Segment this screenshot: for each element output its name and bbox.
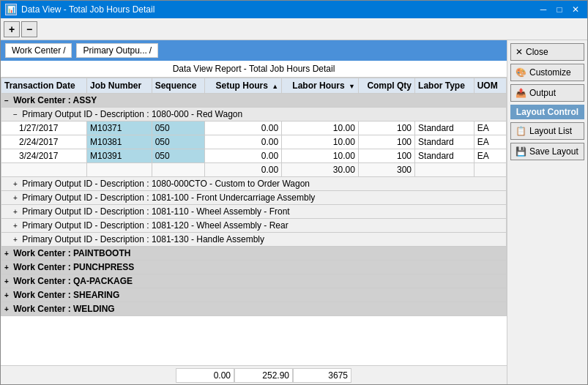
sequence-cell: 050 [152,135,205,149]
welding-label: + Work Center : WELDING [1,302,507,316]
sidebar: ✕ Close 🎨 Customize 📤 Output Layout Cont… [507,40,587,384]
trans-date-cell: 2/24/2017 [1,135,87,149]
table-row[interactable]: 3/24/2017 M10391 050 0.00 10.00 100 Stan… [1,149,507,163]
footer-compl-qty: 3675 [293,368,351,383]
primary-output-filter-button[interactable]: Primary Outpu... / [76,43,158,58]
output-icon: 📤 [516,88,526,98]
data-table-container[interactable]: Transaction Date Job Number Sequence Set… [1,78,507,365]
primary-collapsed-label: + Primary Output ID - Description : 1081… [1,233,507,247]
labor-hours-cell: 10.00 [282,135,359,149]
window-icon: 📊 [5,4,17,15]
layout-list-button[interactable]: 📋 Layout List [510,122,584,140]
col-header-trans-date[interactable]: Transaction Date [1,78,87,94]
minimize-button[interactable]: ─ [536,3,551,16]
title-bar-controls: ─ □ ✕ [536,3,583,16]
close-icon: ✕ [516,47,523,57]
customize-button[interactable]: 🎨 Customize [510,64,584,81]
setup-hours-cell: 0.00 [205,135,282,149]
content-area: Work Center / Primary Outpu... / Data Vi… [1,40,507,384]
primary-collapsed-label: + Primary Output ID - Description : 1081… [1,191,507,205]
col-header-setup-hours[interactable]: Setup Hours ▲ [205,78,282,94]
red-wagon-expand-icon[interactable]: − [13,111,18,119]
table-row[interactable]: + Primary Output ID - Description : 1081… [1,219,507,233]
primary-output-filter-label: Primary Outpu... [83,45,146,56]
title-bar-left: 📊 Data View - Total Job Hours Detail [5,4,155,15]
col-header-compl-qty[interactable]: Compl Qty [358,78,414,94]
subtotal-setup: 0.00 [205,163,282,177]
qa-package-label: + Work Center : QA-PACKAGE [1,274,507,288]
assy-expand-icon[interactable]: − [4,97,9,105]
setup-hours-cell: 0.00 [205,122,282,135]
labor-hours-cell: 10.00 [282,149,359,163]
footer-bar: 0.00 252.90 3675 [1,365,507,384]
subtotal-uom [474,163,506,177]
layout-control-label: Layout Control [516,107,578,117]
cto-expand-icon[interactable]: + [13,180,18,188]
subtotal-type [415,163,475,177]
col-header-job-number[interactable]: Job Number [87,78,152,94]
primary-output-filter-sep: / [149,45,152,56]
work-center-assy-label: − Work Center : ASSY [1,94,507,108]
table-row[interactable]: + Work Center : QA-PACKAGE [1,274,507,288]
punchpress-label: + Work Center : PUNCHPRESS [1,261,507,274]
table-row[interactable]: − Primary Output ID - Description : 1080… [1,108,507,122]
welding-expand-icon[interactable]: + [4,305,9,313]
shearing-label: + Work Center : SHEARING [1,288,507,302]
close-label: Close [526,47,548,57]
layout-list-icon: 📋 [516,126,526,136]
table-row[interactable]: + Primary Output ID - Description : 1081… [1,205,507,219]
labor-type-cell: Standard [415,122,475,135]
save-layout-button[interactable]: 💾 Save Layout [510,143,584,160]
primary-output-red-wagon-label: − Primary Output ID - Description : 1080… [1,108,507,122]
toolbar: + − [1,18,587,40]
sequence-cell: 050 [152,122,205,135]
save-layout-icon: 💾 [516,146,526,157]
wheel-rear-expand-icon[interactable]: + [13,222,18,230]
primary-collapsed-label: + Primary Output ID - Description : 1081… [1,219,507,233]
table-row[interactable]: + Work Center : WELDING [1,302,507,316]
table-row[interactable]: 2/24/2017 M10381 050 0.00 10.00 100 Stan… [1,135,507,149]
col-header-sequence[interactable]: Sequence [152,78,205,94]
table-row[interactable]: + Primary Output ID - Description : 1080… [1,177,507,191]
work-center-filter-button[interactable]: Work Center / [5,43,72,58]
title-bar: 📊 Data View - Total Job Hours Detail ─ □… [1,1,587,18]
table-row[interactable]: 1/27/2017 M10371 050 0.00 10.00 100 Stan… [1,122,507,135]
customize-label: Customize [529,67,571,78]
trans-date-cell: 3/24/2017 [1,149,87,163]
col-header-labor-type[interactable]: Labor Type [415,78,475,94]
layout-list-label: Layout List [529,126,572,136]
save-layout-label: Save Layout [529,146,578,157]
table-row[interactable]: − Work Center : ASSY [1,94,507,108]
table-row[interactable]: + Work Center : SHEARING [1,288,507,302]
col-header-labor-hours[interactable]: Labor Hours ▼ [282,78,359,94]
output-button[interactable]: 📤 Output [510,84,584,102]
handle-expand-icon[interactable]: + [13,236,18,244]
wheel-front-expand-icon[interactable]: + [13,208,18,216]
main-window: 📊 Data View - Total Job Hours Detail ─ □… [0,0,588,385]
maximize-button[interactable]: □ [552,3,567,16]
close-button[interactable]: ✕ Close [510,43,584,61]
data-table: Transaction Date Job Number Sequence Set… [1,78,507,316]
table-row[interactable]: + Primary Output ID - Description : 1081… [1,191,507,205]
report-title: Data View Report - Total Job Hours Detai… [1,61,507,78]
window-title: Data View - Total Job Hours Detail [21,4,155,15]
add-button[interactable]: + [4,21,20,37]
customize-icon: 🎨 [516,67,526,78]
uom-cell: EA [474,122,506,135]
front-undercarriage-expand-icon[interactable]: + [13,194,18,202]
paintbooth-expand-icon[interactable]: + [4,250,9,258]
work-center-filter-label: Work Center [12,45,61,56]
table-row[interactable]: + Work Center : PUNCHPRESS [1,261,507,274]
shearing-expand-icon[interactable]: + [4,291,9,299]
col-header-uom[interactable]: UOM [474,78,506,94]
setup-hours-sort-icon: ▲ [272,83,278,90]
qa-package-expand-icon[interactable]: + [4,277,9,285]
subtract-button[interactable]: − [21,21,37,37]
table-row[interactable]: + Work Center : PAINTBOOTH [1,247,507,261]
punchpress-expand-icon[interactable]: + [4,263,9,272]
table-row: 0.00 30.00 300 [1,163,507,177]
table-row[interactable]: + Primary Output ID - Description : 1081… [1,233,507,247]
uom-cell: EA [474,149,506,163]
window-close-button[interactable]: ✕ [568,3,583,16]
labor-hours-sort-icon: ▼ [349,83,355,90]
